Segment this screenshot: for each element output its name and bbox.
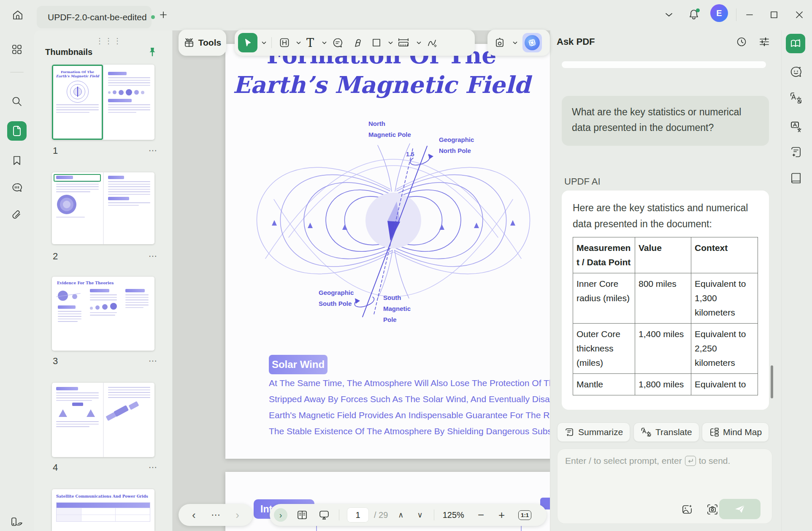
tools-button[interactable]: Tools [184, 37, 221, 48]
insert-image-button[interactable] [679, 501, 695, 517]
rail-summary-button[interactable] [788, 144, 804, 161]
search-button[interactable] [7, 92, 27, 111]
zoom-level-value[interactable]: 125% [443, 510, 464, 520]
document-area[interactable]: Formation Of The Earth’s Magnetic Field [173, 30, 550, 531]
thumb1-menu-button[interactable]: ⋯ [149, 145, 157, 155]
reader-mode-button[interactable] [786, 34, 805, 53]
thumbnails-panel-button[interactable] [7, 121, 27, 141]
comment-icon [11, 182, 23, 193]
stamp-tool-button[interactable] [492, 33, 508, 52]
thumbnail-page-1[interactable]: Formation Of The Earth's Magnetic Field [52, 65, 154, 140]
thumbnail-page-5[interactable]: Satellite Communications And Power Grids [52, 489, 154, 531]
presentation-button[interactable] [319, 510, 330, 520]
highlighter-tool-button[interactable] [349, 33, 367, 52]
rail-translate-page-button[interactable] [788, 118, 804, 135]
zoom-out-button[interactable]: − [478, 509, 484, 522]
chat-scrollbar[interactable] [771, 365, 773, 398]
reading-view-button[interactable] [297, 510, 308, 520]
send-button[interactable] [719, 499, 761, 519]
pin-panel-button[interactable] [148, 47, 157, 57]
heading-tool-dropdown[interactable] [296, 41, 301, 44]
thumb2-menu-button[interactable]: ⋯ [149, 251, 157, 261]
thumb3-label: 3 [53, 356, 58, 367]
mind-map-button[interactable]: Mind Map [702, 422, 769, 442]
text-tool-icon: T [306, 37, 314, 49]
label-south-magnetic-pole: SouthMagneticPole [383, 292, 411, 325]
text-tool-button[interactable]: T [303, 33, 318, 52]
select-tool-dropdown[interactable] [262, 41, 266, 44]
shape-tool-button[interactable] [369, 33, 384, 52]
heading-tool-button[interactable] [277, 33, 292, 52]
square-shape-icon [372, 38, 381, 47]
ai-assistant-button[interactable] [522, 33, 542, 52]
measure-tool-button[interactable] [395, 33, 412, 52]
page-icon [12, 125, 22, 136]
page-menu-button[interactable]: ⋯ [211, 509, 220, 520]
page-up-button[interactable]: ∧ [398, 510, 403, 520]
doc-title-line2: Earth’s Magnetic Field [225, 71, 538, 98]
doc-paragraph-line3: Earth's Magnetic Field Provides An Indis… [269, 410, 550, 420]
shape-tool-dropdown[interactable] [388, 41, 393, 44]
mini-title-5: Satellite Communications And Power Grids [56, 494, 150, 499]
prev-page-button[interactable]: ‹ [192, 509, 196, 522]
tools-gift-icon [184, 37, 195, 48]
translate-button[interactable]: Translate [633, 422, 699, 442]
doc-paragraph-line2: Stripped Away By Forces Such As The Sola… [269, 394, 550, 404]
window-menu-button[interactable] [662, 8, 676, 21]
translate-label: Translate [655, 427, 692, 437]
stamp-tool-dropdown[interactable] [513, 41, 517, 44]
grid-view-button[interactable] [7, 40, 27, 59]
thumbnail-page-3[interactable]: Evidence For The Theories [52, 277, 154, 351]
expand-toolbar-button[interactable]: › [274, 508, 287, 522]
screenshot-button[interactable] [704, 501, 720, 517]
page-number-input[interactable]: 1 [347, 507, 369, 523]
ai-chat-button[interactable] [788, 63, 804, 80]
notifications-button[interactable] [686, 6, 701, 23]
bookmarks-button[interactable] [7, 151, 27, 170]
panel-drag-handle[interactable]: ⋮⋮⋮ [96, 36, 122, 46]
thumb5-page: Satellite Communications And Power Grids [52, 489, 154, 531]
mini-dishes [54, 403, 101, 419]
thumb4-menu-button[interactable]: ⋯ [149, 462, 157, 472]
comment-tool-button[interactable] [328, 33, 347, 52]
measure-tool-dropdown[interactable] [417, 41, 421, 44]
next-page-button[interactable]: › [235, 509, 239, 522]
attachments-button[interactable] [7, 205, 27, 225]
text-tool-dropdown[interactable] [322, 41, 327, 44]
close-button[interactable] [792, 8, 807, 22]
rail-translate-button[interactable] [788, 90, 804, 106]
chevron-down-icon [513, 41, 517, 44]
thumbnail-page-2[interactable] [52, 172, 154, 244]
maximize-button[interactable] [766, 8, 782, 22]
summarize-button[interactable]: Summarize [557, 422, 630, 442]
document-tab[interactable]: UPDF-2.0-cant-be-edited [37, 6, 152, 28]
minimize-button[interactable] [742, 8, 757, 22]
ask-pdf-title: Ask PDF [557, 36, 595, 47]
table-row: Mantle 1,800 miles Equivalent to [573, 374, 758, 395]
table-cell: 800 miles [635, 273, 691, 324]
zoom-in-button[interactable]: + [498, 509, 505, 522]
chat-scroll-area[interactable]: What are the key statistics or numerical… [550, 56, 782, 419]
chat-settings-button[interactable] [757, 35, 771, 49]
signature-tool-button[interactable] [423, 33, 441, 52]
account-avatar[interactable]: E [710, 4, 728, 22]
thumb3-menu-button[interactable]: ⋯ [149, 356, 157, 366]
page-down-button[interactable]: ∨ [417, 510, 423, 520]
comments-button[interactable] [7, 178, 27, 198]
rail-notes-button[interactable] [788, 170, 804, 187]
select-tool-button[interactable] [238, 33, 257, 52]
paperclip-icon [11, 210, 22, 221]
home-button[interactable] [9, 7, 26, 24]
doc-paragraph-line1: At The Same Time, The Atmosphere Will Al… [269, 378, 550, 388]
actual-size-button[interactable]: 1:1 [518, 510, 531, 520]
chat-history-button[interactable] [734, 35, 749, 49]
thumbnail-page-4[interactable] [52, 383, 154, 457]
chevron-down-icon [296, 41, 301, 44]
thumb1-right-page [104, 65, 154, 140]
prompt-input-box[interactable]: Enter / to select prompt, enter to send. [557, 449, 772, 524]
thumb2-selected-outline [54, 174, 101, 182]
notification-dot [696, 8, 700, 12]
new-tab-button[interactable] [156, 8, 171, 22]
page-organize-button[interactable] [7, 512, 27, 531]
table-header-cell: Measurement / Data Point [573, 237, 635, 273]
